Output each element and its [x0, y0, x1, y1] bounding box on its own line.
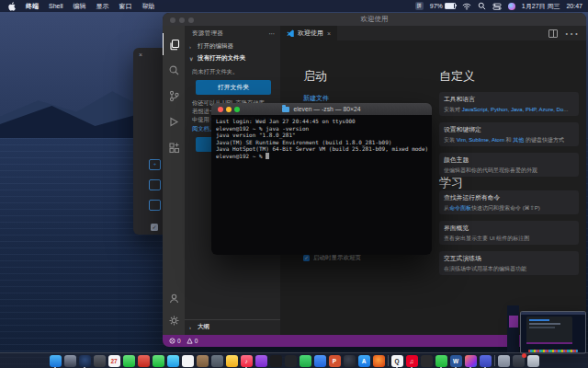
dock-icon-numbers[interactable]	[300, 355, 311, 367]
more-actions-icon[interactable]: ⋯	[268, 30, 275, 38]
menu-window[interactable]: 窗口	[119, 2, 132, 11]
copy-icon[interactable]	[149, 179, 161, 190]
dock-icon-firefox[interactable]	[373, 355, 385, 367]
explorer-icon[interactable]	[163, 33, 186, 55]
dock-icon-tv[interactable]	[270, 355, 282, 367]
dock-icon-powerpoint[interactable]: P	[329, 355, 341, 367]
card-tools-languages[interactable]: 工具和语言 安装对 JavaScript, Python, Java, PHP,…	[439, 92, 579, 116]
terminal-line: Last login: Wed Jan 27 20:44:45 on ttys0…	[216, 118, 427, 125]
zoom-window-button[interactable]	[234, 107, 240, 112]
folder-icon	[282, 107, 289, 112]
chevron-right-icon: ›	[189, 44, 195, 50]
window-title: 欢迎使用	[361, 15, 389, 24]
close-window-button[interactable]	[218, 107, 223, 112]
dock-icon-app-store[interactable]: A	[358, 355, 370, 367]
screen-preview-window[interactable]	[520, 311, 586, 354]
dock-icon-music[interactable]: ♪	[241, 355, 253, 367]
run-debug-icon[interactable]	[163, 110, 185, 132]
menu-view[interactable]: 显示	[96, 2, 109, 11]
new-file-link[interactable]: 新建文件	[303, 95, 329, 101]
terminal-body[interactable]: Last login: Wed Jan 27 20:44:45 on ttys0…	[211, 115, 432, 255]
terminal-title-bar[interactable]: eleven — -zsh — 80×24	[211, 103, 432, 115]
dock-icon-typora[interactable]	[421, 355, 433, 367]
dock-icon-netease-music[interactable]: ♫	[406, 355, 418, 367]
editor-more-actions-icon[interactable]: ⋯	[564, 25, 579, 42]
dock-icon-wechat[interactable]	[435, 355, 447, 367]
dock-icon-mail[interactable]	[138, 355, 150, 367]
dock-icon-reminders[interactable]	[211, 355, 223, 367]
preview-ide-window	[526, 316, 572, 344]
show-on-startup[interactable]: ✓ 启动时显示欢迎页	[303, 254, 361, 262]
warnings-count[interactable]: 0	[187, 338, 198, 344]
menu-terminal[interactable]: 终端	[26, 2, 39, 11]
open-editors-section[interactable]: › 打开的编辑器	[185, 40, 280, 52]
dock-icon-finder[interactable]	[50, 355, 62, 367]
source-control-icon[interactable]	[163, 85, 185, 107]
dock-icon-files[interactable]	[226, 355, 238, 367]
dock-icon-minimized-window-2[interactable]	[513, 355, 525, 367]
card-color-theme[interactable]: 颜色主题 使编辑器和你的代码呈现你喜爱的外观	[439, 153, 579, 177]
dock-icon-vscode[interactable]	[480, 355, 492, 367]
card-keybindings[interactable]: 设置和键绑定 安装 Vim, Sublime, Atom 和 其他 的键盘快捷方…	[439, 122, 579, 146]
input-source-icon[interactable]: 拼	[415, 2, 424, 10]
errors-count[interactable]: 0	[169, 338, 181, 344]
checkbox-checked-icon[interactable]: ✓	[303, 255, 310, 261]
extensions-icon[interactable]	[163, 136, 185, 158]
close-icon[interactable]: ×	[139, 52, 142, 58]
dock-icon-books[interactable]	[197, 355, 209, 367]
split-editor-icon[interactable]	[548, 29, 558, 38]
zoom-window-button[interactable]	[188, 17, 194, 23]
dock-icon-calendar[interactable]: 27	[108, 355, 120, 367]
open-folder-button[interactable]: 打开文件夹	[196, 80, 271, 95]
dock-icon-freeform[interactable]	[94, 355, 106, 367]
card-commands[interactable]: 查找并运行所有命令 从命令面板快速访问和搜索命令 (⌘⇧P)	[439, 190, 579, 214]
background-window[interactable]: × + ✓	[133, 48, 164, 235]
dock-icon-photos[interactable]	[182, 355, 194, 367]
apple-menu-icon[interactable]	[8, 2, 16, 11]
dock-icon-qq[interactable]: Q	[391, 355, 403, 367]
dock-icon-messages[interactable]	[123, 355, 135, 367]
spotlight-search-icon[interactable]	[478, 2, 486, 10]
accounts-icon[interactable]	[163, 287, 185, 309]
siri-icon[interactable]	[508, 3, 515, 10]
dock-icon-keynote[interactable]	[314, 355, 326, 367]
terminal-window: eleven — -zsh — 80×24 Last login: Wed Ja…	[211, 103, 432, 255]
menu-edit[interactable]: 编辑	[74, 2, 86, 11]
settings-gear-icon[interactable]	[163, 309, 185, 331]
vscode-title-bar[interactable]: 欢迎使用	[163, 13, 586, 26]
checkbox-icon[interactable]: ✓	[151, 224, 158, 231]
search-icon[interactable]	[163, 59, 185, 81]
menu-bar-time[interactable]: 20:47	[566, 3, 582, 9]
new-file-icon[interactable]: +	[149, 159, 161, 170]
close-window-button[interactable]	[170, 17, 175, 23]
tab-welcome[interactable]: 欢迎使用 ×	[280, 26, 337, 40]
dock-icon-word[interactable]: W	[450, 355, 462, 367]
folder-icon[interactable]	[149, 200, 161, 211]
menu-bar-date[interactable]: 1月27日 周三	[522, 2, 560, 11]
menu-help[interactable]: 帮助	[142, 2, 155, 11]
menu-shell[interactable]: Shell	[49, 3, 63, 9]
dock-icon-news[interactable]	[285, 355, 297, 367]
dock-icon-minimized-window-1[interactable]	[498, 355, 510, 367]
no-folder-section[interactable]: ∨ 没有打开的文件夹	[185, 52, 280, 64]
terminal-line: eleven@192 ~ %	[216, 153, 427, 160]
dock-icon-photoshop-sphere[interactable]	[344, 355, 356, 367]
control-center-icon[interactable]	[492, 3, 502, 10]
dock-icon-maps[interactable]	[167, 355, 179, 367]
dock-icon-intellij-idea[interactable]	[465, 355, 477, 367]
outline-section[interactable]: › 大纲	[185, 319, 280, 335]
battery-indicator[interactable]: 97%	[430, 3, 456, 9]
minimize-window-button[interactable]	[179, 17, 185, 23]
card-interface-overview[interactable]: 界面概览 查看突出显示主要 UI 组件的标注图	[439, 221, 579, 245]
card-playground[interactable]: 交互式演练场 在演练场中试用基本的编辑器功能	[439, 251, 579, 275]
activity-bar	[163, 26, 185, 335]
wifi-icon[interactable]	[462, 3, 471, 10]
dock-icon-launchpad[interactable]	[64, 355, 76, 367]
dock-icon-podcasts[interactable]	[255, 355, 267, 367]
separator-2	[494, 355, 495, 366]
dock-icon-safari[interactable]	[79, 355, 91, 367]
dock-icon-facetime[interactable]	[153, 355, 164, 367]
close-tab-icon[interactable]: ×	[327, 30, 331, 37]
dock-icon-trash[interactable]	[527, 355, 539, 367]
minimize-window-button[interactable]	[226, 107, 232, 112]
